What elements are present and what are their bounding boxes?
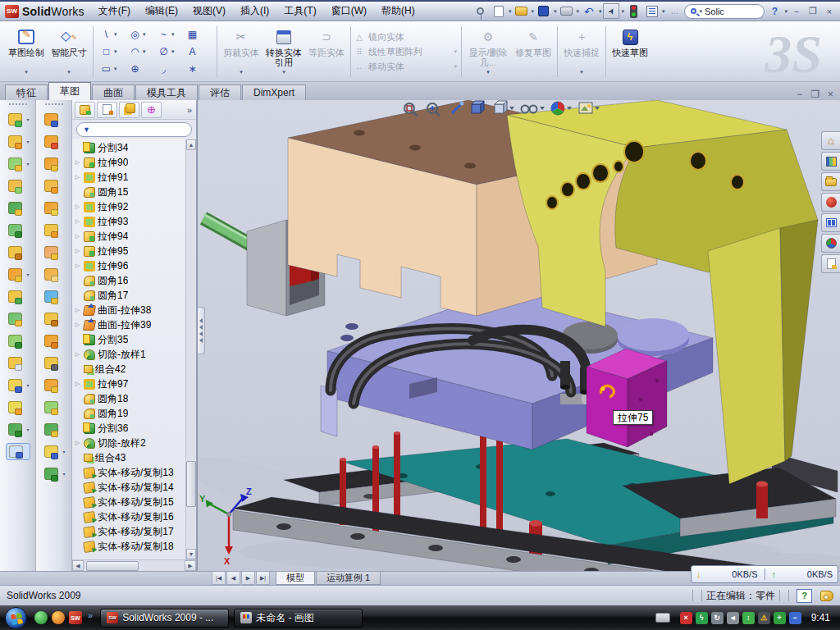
tree-filter-box[interactable]: ▼: [76, 122, 192, 137]
reference-geometry-button[interactable]: ▾: [6, 377, 30, 394]
save-caret[interactable]: ▾: [554, 8, 557, 15]
rebuild-button[interactable]: [626, 3, 642, 20]
shut-off-surface-button[interactable]: [42, 199, 66, 217]
tree-item[interactable]: 分割36: [74, 421, 196, 436]
pin-icon[interactable]: [472, 3, 489, 20]
expander-icon[interactable]: ▷: [74, 440, 81, 446]
appearances-icon[interactable]: [551, 102, 572, 115]
view-orientation-icon[interactable]: [472, 101, 484, 113]
scene-settings-icon[interactable]: [579, 103, 600, 113]
command-tab[interactable]: 特征: [5, 84, 48, 100]
select-button[interactable]: ➤: [603, 3, 619, 19]
dome-button[interactable]: [42, 421, 66, 438]
command-tab[interactable]: DimXpert: [242, 84, 306, 100]
tree-item[interactable]: ▷拉伸97: [74, 377, 196, 391]
swept-boss-button[interactable]: ▾: [6, 155, 30, 172]
messenger-status-icon[interactable]: −: [789, 612, 801, 624]
tree-item[interactable]: 实体-移动/复制17: [74, 524, 196, 539]
tree-item[interactable]: 组合43: [74, 450, 196, 465]
menu-item[interactable]: 插入(I): [233, 1, 276, 21]
circle-tool[interactable]: ◎▾: [126, 26, 155, 43]
spline-tool[interactable]: ~▾: [155, 26, 184, 43]
tree-item[interactable]: 圆角18: [74, 391, 196, 406]
lofted-boss-button[interactable]: [6, 177, 30, 194]
expander-icon[interactable]: ▷: [74, 262, 81, 269]
hole-wizard-button[interactable]: [6, 244, 30, 261]
pattern-caret[interactable]: ▾: [26, 272, 29, 277]
expander-icon[interactable]: ▷: [74, 159, 81, 166]
property-manager-tab[interactable]: [97, 102, 117, 118]
tree-item[interactable]: 圆角15: [74, 185, 196, 199]
taskbar-window-button[interactable]: SWSolidWorks 2009 - ...: [100, 609, 229, 628]
undo-button[interactable]: ↶: [581, 3, 597, 20]
convert-caret[interactable]: ▾: [282, 67, 285, 77]
polygon-tool[interactable]: ⊕: [126, 61, 155, 78]
tree-item[interactable]: ▷切除-放样2: [74, 436, 196, 450]
tree-item[interactable]: 实体-移动/复制18: [74, 539, 196, 554]
line-caret[interactable]: ▾: [114, 31, 117, 38]
new-caret[interactable]: ▾: [509, 8, 512, 15]
tree-item[interactable]: 实体-移动/复制13: [74, 465, 196, 480]
circle-caret[interactable]: ▾: [143, 31, 146, 38]
expander-icon[interactable]: ▷: [74, 203, 81, 210]
tree-item[interactable]: ▷拉伸95: [74, 244, 196, 258]
extruded-cut-button[interactable]: [6, 221, 30, 239]
planar-surface-button[interactable]: [42, 266, 66, 283]
tree-item[interactable]: 圆角17: [74, 288, 196, 303]
tree-item[interactable]: 实体-移动/复制15: [74, 495, 196, 509]
solidworks-quicklaunch-icon[interactable]: SW: [69, 611, 82, 624]
security-center-icon[interactable]: ×: [680, 612, 692, 624]
feature-manager-tab[interactable]: [75, 102, 95, 118]
spline-tool-2-button[interactable]: ▾: [42, 465, 66, 482]
expander-icon[interactable]: ▷: [74, 351, 81, 358]
rapid-sketch-button[interactable]: ϟ 快速草图: [609, 24, 651, 80]
move-face-button[interactable]: [42, 377, 66, 394]
open-button[interactable]: [513, 3, 529, 20]
messenger-quicklaunch-icon[interactable]: [34, 611, 48, 624]
toolbar-grip[interactable]: [45, 103, 63, 106]
save-button[interactable]: [536, 3, 552, 20]
expander-icon[interactable]: ▷: [74, 218, 81, 225]
ellipse-caret[interactable]: ▾: [171, 48, 175, 55]
section-view-icon[interactable]: [452, 102, 464, 114]
doc-restore-button[interactable]: ❐: [810, 89, 819, 100]
swept-boss-caret[interactable]: ▾: [26, 161, 29, 167]
rectangle-tool[interactable]: □▾: [98, 43, 126, 61]
radiate-surface-button[interactable]: [42, 332, 66, 349]
minimize-button[interactable]: −: [789, 5, 804, 18]
boundary-boss-button[interactable]: [6, 199, 30, 217]
spline-tool-caret[interactable]: ▾: [26, 427, 29, 432]
extruded-boss-button[interactable]: ▾: [6, 111, 30, 128]
sketch-caret[interactable]: ▾: [25, 67, 28, 77]
menu-item[interactable]: 文件(F): [91, 1, 138, 21]
point-tool[interactable]: ∗: [184, 61, 212, 78]
design-library-tab[interactable]: [821, 152, 840, 171]
sketch-fillet-tool[interactable]: ◞: [155, 61, 184, 78]
zoom-area-icon[interactable]: [427, 103, 440, 116]
scroll-left-button[interactable]: ◀: [72, 560, 84, 571]
line-tool[interactable]: \▾: [98, 26, 126, 43]
pattern-button[interactable]: ▾: [6, 266, 30, 283]
slot-tool[interactable]: ▭▾: [98, 61, 126, 78]
search-caret[interactable]: ▾: [699, 8, 702, 15]
tree-item[interactable]: ▷曲面-拉伸39: [74, 317, 196, 332]
print-caret[interactable]: ▾: [576, 8, 579, 15]
tree-item[interactable]: ▷拉伸92: [74, 199, 196, 214]
parting-line-button[interactable]: [42, 111, 66, 128]
reference-geometry-2-button[interactable]: ▾: [42, 443, 66, 460]
help-button[interactable]: ?: [766, 3, 783, 20]
smart-dimension-caret[interactable]: ▾: [67, 67, 71, 77]
tree-item[interactable]: ▷拉伸90: [74, 155, 196, 170]
tree-item[interactable]: 组合42: [74, 362, 196, 377]
windows-update-icon[interactable]: ↻: [711, 612, 724, 624]
text-tool[interactable]: A: [184, 43, 212, 61]
cavity-button[interactable]: [42, 177, 66, 194]
command-tab[interactable]: 评估: [199, 84, 241, 100]
tree-item[interactable]: ▷拉伸91: [74, 170, 196, 185]
vertical-scroll-thumb[interactable]: [186, 461, 196, 507]
keyboard-layout-icon[interactable]: [655, 613, 670, 623]
tree-vertical-scrollbar[interactable]: ▲ ▼: [185, 139, 196, 559]
volume-icon[interactable]: ◄: [727, 612, 739, 624]
draft-analysis-button[interactable]: [42, 133, 66, 150]
rectangle-caret[interactable]: ▾: [114, 48, 117, 55]
